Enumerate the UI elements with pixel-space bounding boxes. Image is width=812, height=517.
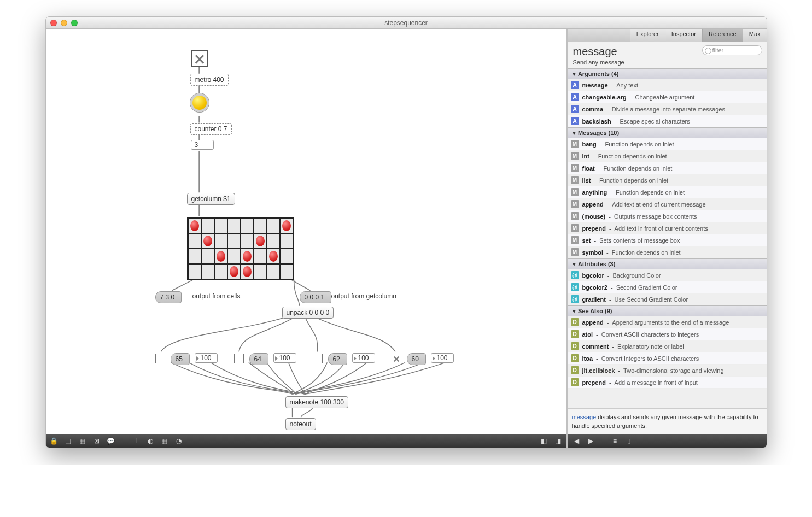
matrix-cell[interactable] (280, 218, 293, 233)
forward-icon[interactable]: ▶ (586, 436, 596, 446)
voice-velocity[interactable]: 100 (195, 353, 218, 363)
comment-icon[interactable]: 💬 (106, 436, 116, 446)
matrix-cell[interactable] (267, 264, 280, 279)
reference-row[interactable]: Abackslash - Escape special characters (568, 115, 767, 127)
voice-note[interactable]: 62 (328, 353, 347, 365)
reference-row[interactable]: @bgcolor2 - Second Gradient Color (568, 281, 767, 293)
title-bar[interactable]: stepsequencer (46, 17, 767, 29)
reference-row[interactable]: Ojit.cellblock - Two-dimensional storage… (568, 365, 767, 377)
metro-object[interactable]: metro 400 (190, 74, 229, 86)
reference-row[interactable]: Mint - Function depends on inlet (568, 150, 767, 162)
voice-velocity[interactable]: 100 (352, 353, 375, 363)
zoom-icon-tb[interactable]: ⊠ (92, 436, 102, 446)
sidebar-left-icon[interactable]: ◧ (539, 436, 549, 446)
matrix-cell[interactable] (214, 249, 227, 264)
voice-toggle[interactable] (155, 354, 165, 363)
master-toggle[interactable] (191, 50, 208, 67)
zoom-icon[interactable] (71, 20, 78, 26)
matrix-cell[interactable] (214, 218, 227, 233)
matrix-cell[interactable] (227, 218, 241, 233)
reference-row[interactable]: Acomma - Divide a message into separate … (568, 103, 767, 115)
reference-row[interactable]: Mprepend - Add text in front of current … (568, 222, 767, 234)
reference-row[interactable]: Oitoa - Convert integers to ASCII charac… (568, 352, 767, 365)
reference-row[interactable]: Manything - Function depends on inlet (568, 186, 767, 198)
matrix-cell[interactable] (188, 218, 201, 233)
matrix-cell[interactable] (241, 249, 254, 264)
matrix-cell[interactable] (188, 233, 201, 249)
reference-row[interactable]: @gradient - Use Second Gradient Color (568, 293, 767, 306)
matrix-cell[interactable] (201, 218, 214, 233)
matrix-cell[interactable] (214, 233, 227, 249)
list-icon[interactable]: ≡ (610, 436, 620, 446)
matrix-cell[interactable] (280, 249, 293, 264)
matrix-cell[interactable] (188, 249, 201, 264)
reference-body[interactable]: Arguments (4)Amessage - Any textAchangea… (568, 68, 767, 408)
reference-row[interactable]: Msymbol - Function depends on inlet (568, 246, 767, 258)
patcher-canvas[interactable]: metro 400 counter 0 7 3 getcolumn $1 7 3… (46, 29, 567, 448)
reference-row[interactable]: Oatoi - Convert ASCII characters to inte… (568, 328, 767, 340)
tab-max[interactable]: Max (743, 29, 767, 42)
tab-reference[interactable]: Reference (702, 29, 743, 42)
matrix-cell[interactable] (201, 249, 214, 264)
step-number[interactable]: 3 (191, 140, 214, 150)
matrix-cell[interactable] (254, 233, 267, 249)
section-header[interactable]: See Also (9) (568, 306, 767, 316)
sidebar-right-icon[interactable]: ◨ (553, 436, 563, 446)
tab-explorer[interactable]: Explorer (630, 29, 665, 42)
matrix-cell[interactable] (201, 264, 214, 279)
column-output-message[interactable]: 0 0 0 1 (300, 291, 332, 303)
voice-note[interactable]: 65 (171, 353, 190, 365)
voice-toggle[interactable] (392, 354, 401, 363)
reference-row[interactable]: Ocomment - Explanatory note or label (568, 340, 767, 352)
reference-row[interactable]: M(mouse) - Outputs message box contents (568, 210, 767, 222)
audio-icon[interactable]: ◐ (145, 436, 155, 446)
reference-row[interactable]: Mset - Sets contents of message box (568, 234, 767, 246)
matrix-cell[interactable] (241, 233, 254, 249)
unpack-object[interactable]: unpack 0 0 0 0 (282, 307, 334, 319)
matrix-cell[interactable] (280, 233, 293, 249)
matrix-cell[interactable] (280, 264, 293, 279)
reference-row[interactable]: Mfloat - Function depends on inlet (568, 162, 767, 174)
matrixctrl[interactable] (187, 217, 294, 280)
voice-velocity[interactable]: 100 (273, 353, 296, 363)
makenote-object[interactable]: makenote 100 300 (285, 396, 348, 408)
grid-icon[interactable]: ▦ (160, 436, 170, 446)
filter-input[interactable]: filter (702, 45, 762, 55)
voice-note[interactable]: 60 (407, 353, 426, 365)
matrix-cell[interactable] (214, 264, 227, 279)
matrix-cell[interactable] (254, 249, 267, 264)
reference-row[interactable]: Amessage - Any text (568, 79, 767, 91)
reference-row[interactable]: Mappend - Add text at end of current mes… (568, 198, 767, 210)
matrix-cell[interactable] (241, 264, 254, 279)
clue-icon[interactable]: ◔ (174, 436, 184, 446)
section-header[interactable]: Attributes (3) (568, 258, 767, 269)
matrix-cell[interactable] (267, 249, 280, 264)
back-icon[interactable]: ◀ (572, 436, 582, 446)
counter-object[interactable]: counter 0 7 (190, 123, 232, 135)
section-header[interactable]: Arguments (4) (568, 68, 767, 79)
voice-note[interactable]: 64 (249, 353, 268, 365)
reference-row[interactable]: Achangeable-arg - Changeable argument (568, 91, 767, 103)
new-view-icon[interactable]: ◫ (63, 436, 73, 446)
reference-row[interactable]: Oappend - Append arguments to the end of… (568, 316, 767, 328)
getcolumn-message[interactable]: getcolumn $1 (187, 193, 235, 205)
matrix-cell[interactable] (227, 264, 241, 279)
section-header[interactable]: Messages (10) (568, 127, 767, 138)
matrix-cell[interactable] (188, 264, 201, 279)
matrix-cell[interactable] (254, 264, 267, 279)
matrix-cell[interactable] (267, 233, 280, 249)
bang-button[interactable] (190, 93, 209, 112)
page-icon[interactable]: ▯ (624, 436, 634, 446)
reference-row[interactable]: @bgcolor - Background Color (568, 269, 767, 281)
reference-row[interactable]: Mbang - Function depends on inlet (568, 138, 767, 150)
matrix-cell[interactable] (267, 218, 280, 233)
close-icon[interactable] (50, 20, 57, 26)
matrix-cell[interactable] (201, 233, 214, 249)
presentation-icon[interactable]: ▦ (78, 436, 87, 446)
matrix-cell[interactable] (241, 218, 254, 233)
voice-toggle[interactable] (234, 354, 244, 363)
reference-row[interactable]: Oprepend - Add a message in front of inp… (568, 377, 767, 389)
lock-icon[interactable]: 🔒 (49, 436, 59, 446)
cells-output-message[interactable]: 7 3 0 (155, 291, 182, 303)
minimize-icon[interactable] (61, 20, 67, 26)
